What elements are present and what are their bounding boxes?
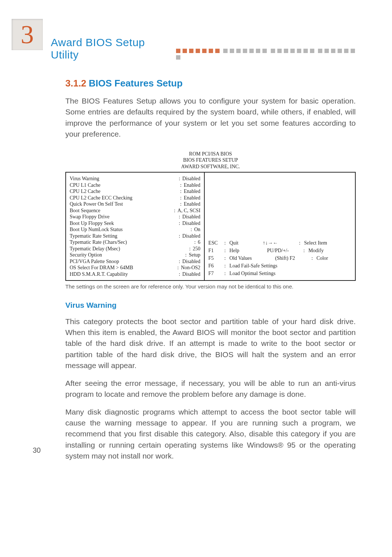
bios-label: OS Select For DRAM > 64MB — [70, 265, 175, 271]
nav-row: ESC: Quit ↑↓→←: Select Item — [208, 239, 351, 247]
bios-setting-row: CPU L2 Cache:Enabled — [70, 188, 200, 195]
bios-label: CPU L1 Cache — [70, 182, 178, 189]
decorative-dotted-rule — [176, 48, 359, 61]
separator: : — [311, 254, 317, 262]
bios-label: PCI/VGA Palette Snoop — [70, 258, 176, 265]
bios-setting-row: Boot Up NumLock Status:On — [70, 226, 200, 233]
bios-label: Boot Up Floppy Seek — [70, 220, 176, 227]
separator: : — [178, 188, 184, 195]
nav-key: F1 — [208, 247, 224, 254]
bios-label: CPU L2 Cache ECC Checking — [70, 195, 178, 201]
bios-label: Typematic Rate Setting — [70, 233, 176, 239]
nav-desc: Old Values — [229, 254, 275, 262]
bios-setting-row: PCI/VGA Palette Snoop:Disabled — [70, 258, 200, 265]
bios-value: Disabled — [182, 271, 200, 278]
separator: : — [176, 175, 182, 182]
nav-row: F7: Load Optimal Settings — [208, 270, 351, 277]
separator: : — [176, 233, 182, 239]
bios-value: Disabled — [182, 258, 200, 265]
chapter-badge: 3 — [11, 18, 44, 51]
bios-setting-row: Quick Power On Self Test:Enabled — [70, 201, 200, 207]
bios-value: Non-OS2 — [181, 265, 200, 271]
nav-key: F6 — [208, 262, 224, 270]
bios-setting-row: Typematic Rate Setting:Disabled — [70, 233, 200, 239]
bios-value: Enabled — [184, 195, 200, 201]
nav-desc: Color — [317, 254, 351, 262]
separator: : — [178, 195, 184, 201]
nav-desc: Modify — [309, 247, 351, 254]
separator: : — [224, 270, 229, 277]
separator: : — [178, 201, 184, 207]
bios-setting-row: Boot Up Floppy Seek:Disabled — [70, 220, 200, 227]
separator: : — [176, 271, 182, 278]
bios-value: Enabled — [184, 201, 200, 207]
nav-key: F7 — [208, 270, 224, 277]
separator: : — [224, 239, 229, 247]
bios-setting-row: OS Select For DRAM > 64MB:Non-OS2 — [70, 265, 200, 271]
separator: : — [176, 214, 182, 220]
separator: : — [172, 207, 177, 214]
bios-label: Security Option — [70, 252, 183, 258]
bios-label: HDD S.M.A.R.T. Capability — [70, 271, 176, 278]
bios-heading-line1: ROM PCI/ISA BIOS — [65, 151, 356, 157]
separator: : — [175, 265, 181, 271]
nav-row: F6: Load Fail-Safe Settings — [208, 262, 351, 270]
bios-label: Boot Up NumLock Status — [70, 226, 188, 233]
nav-key: ↑↓→← — [263, 239, 299, 247]
bios-label: Virus Warning — [70, 175, 176, 182]
separator: : — [303, 247, 309, 254]
bios-setting-row: Security Option:Setup — [70, 252, 200, 258]
bios-label: Swap Floppy Drive — [70, 214, 176, 220]
bios-value: On — [194, 226, 200, 233]
bios-label: Typematic Delay (Msec) — [70, 246, 187, 252]
bios-setting-row: Boot Sequence:A, C, SCSI — [70, 207, 200, 214]
bios-nav-grid: ESC: Quit ↑↓→←: Select Item F1: Help PU/… — [208, 239, 351, 277]
separator: : — [224, 254, 229, 262]
chapter-number: 3 — [21, 20, 34, 50]
bios-screen-box: Virus Warning:Disabled CPU L1 Cache:Enab… — [65, 172, 356, 281]
nav-key: ESC — [208, 239, 224, 247]
nav-key: (Shift) F2 — [275, 254, 311, 262]
separator: : — [224, 247, 229, 254]
bios-value: Enabled — [184, 188, 200, 195]
separator: : — [224, 262, 229, 270]
separator: : — [178, 182, 184, 189]
bios-setting-row: Swap Floppy Drive:Disabled — [70, 214, 200, 220]
chapter-title: Award BIOS Setup Utility — [51, 36, 173, 61]
bios-heading-line2: BIOS FEATURES SETUP — [65, 157, 356, 164]
nav-key: F5 — [208, 254, 224, 262]
bios-setting-row: Virus Warning:Disabled — [70, 175, 200, 182]
nav-row: F5: Old Values (Shift) F2: Color — [208, 254, 351, 262]
nav-row: F1: Help PU/PD/+/-: Modify — [208, 247, 351, 254]
separator: : — [188, 226, 194, 233]
bios-settings-panel: Virus Warning:Disabled CPU L1 Cache:Enab… — [66, 173, 205, 280]
bios-value: Disabled — [182, 233, 200, 239]
bios-value: Enabled — [184, 182, 200, 189]
body-paragraph: This category protects the boot sector a… — [65, 316, 356, 371]
bios-label: Quick Power On Self Test — [70, 201, 178, 207]
separator: : — [299, 239, 304, 247]
bios-screen-heading: ROM PCI/ISA BIOS BIOS FEATURES SETUP AWA… — [65, 151, 356, 170]
bios-value: 250 — [193, 246, 200, 252]
separator: : — [176, 220, 182, 227]
bios-setting-row: CPU L1 Cache:Enabled — [70, 182, 200, 189]
bios-value: Setup — [189, 252, 200, 258]
nav-key: PU/PD/+/- — [267, 247, 303, 254]
bios-label: CPU L2 Cache — [70, 188, 178, 195]
bios-setting-row: HDD S.M.A.R.T. Capability:Disabled — [70, 271, 200, 278]
bios-setting-row: Typematic Rate (Chars/Sec):6 — [70, 239, 200, 246]
bios-value: Disabled — [182, 220, 200, 227]
bios-value: A, C, SCSI — [177, 207, 200, 214]
separator: : — [187, 246, 193, 252]
section-title: BIOS Features Setup — [89, 78, 183, 89]
separator: : — [192, 239, 198, 246]
bios-value: 6 — [198, 239, 200, 246]
page-number: 30 — [33, 446, 41, 455]
nav-desc: Load Optimal Settings — [229, 270, 351, 277]
bios-heading-line3: AWARD SOFTWARE, INC. — [65, 164, 356, 170]
screenshot-footnote: The settings on the screen are for refer… — [65, 283, 356, 290]
section-number: 3.1.2 — [65, 78, 86, 89]
bios-value: Disabled — [182, 214, 200, 220]
bios-setting-row: Typematic Delay (Msec):250 — [70, 246, 200, 252]
nav-desc: Select Item — [304, 239, 351, 247]
